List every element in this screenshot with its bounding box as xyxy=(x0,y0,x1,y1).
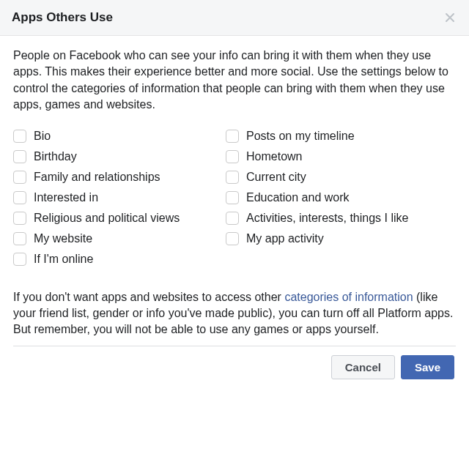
option-birthday: Birthday xyxy=(13,150,211,163)
options-grid: Bio Birthday Family and relationships In… xyxy=(13,130,456,273)
option-hometown: Hometown xyxy=(226,150,446,163)
apps-others-use-dialog: Apps Others Use People on Facebook who c… xyxy=(0,0,469,390)
footnote-text: If you don't want apps and websites to a… xyxy=(13,289,456,338)
checkbox-my-website[interactable] xyxy=(13,232,26,245)
option-label: My app activity xyxy=(246,232,324,245)
option-activities-interests: Activities, interests, things I like xyxy=(226,212,446,225)
checkbox-posts-timeline[interactable] xyxy=(226,130,239,143)
option-label: Family and relationships xyxy=(34,171,160,184)
checkbox-religious-political[interactable] xyxy=(13,212,26,225)
checkbox-app-activity[interactable] xyxy=(226,232,239,245)
description-text: People on Facebook who can see your info… xyxy=(13,48,456,114)
checkbox-family-relationships[interactable] xyxy=(13,171,26,184)
dialog-actions: Cancel Save xyxy=(13,355,456,379)
option-posts-timeline: Posts on my timeline xyxy=(226,130,446,143)
option-label: If I'm online xyxy=(34,253,93,266)
footnote-pre: If you don't want apps and websites to a… xyxy=(13,291,284,303)
close-button[interactable] xyxy=(443,10,457,25)
option-bio: Bio xyxy=(13,130,211,143)
checkbox-education-work[interactable] xyxy=(226,191,239,204)
option-my-website: My website xyxy=(13,232,211,245)
option-label: My website xyxy=(34,232,92,245)
option-religious-political: Religious and political views xyxy=(13,212,211,225)
dialog-header: Apps Others Use xyxy=(0,0,469,36)
option-label: Current city xyxy=(246,171,306,184)
cancel-button[interactable]: Cancel xyxy=(331,355,395,379)
checkbox-hometown[interactable] xyxy=(226,150,239,163)
option-interested-in: Interested in xyxy=(13,191,211,204)
categories-of-information-link[interactable]: categories of information xyxy=(284,291,413,303)
option-current-city: Current city xyxy=(226,171,446,184)
checkbox-activities-interests[interactable] xyxy=(226,212,239,225)
option-label: Birthday xyxy=(34,150,77,163)
divider xyxy=(13,346,456,346)
option-label: Hometown xyxy=(246,150,302,163)
option-education-work: Education and work xyxy=(226,191,446,204)
option-label: Activities, interests, things I like xyxy=(246,212,408,225)
options-column-right: Posts on my timeline Hometown Current ci… xyxy=(226,130,446,273)
checkbox-interested-in[interactable] xyxy=(13,191,26,204)
save-button[interactable]: Save xyxy=(401,355,454,379)
checkbox-current-city[interactable] xyxy=(226,171,239,184)
dialog-title: Apps Others Use xyxy=(12,10,113,25)
options-column-left: Bio Birthday Family and relationships In… xyxy=(13,130,211,273)
option-label: Posts on my timeline xyxy=(246,130,355,143)
close-icon xyxy=(443,10,457,25)
option-label: Interested in xyxy=(34,191,98,204)
dialog-body: People on Facebook who can see your info… xyxy=(0,36,469,390)
option-label: Religious and political views xyxy=(34,212,180,225)
option-if-online: If I'm online xyxy=(13,253,211,266)
option-family-relationships: Family and relationships xyxy=(13,171,211,184)
option-label: Bio xyxy=(34,130,51,143)
option-app-activity: My app activity xyxy=(226,232,446,245)
checkbox-if-online[interactable] xyxy=(13,253,26,266)
checkbox-bio[interactable] xyxy=(13,130,26,143)
option-label: Education and work xyxy=(246,191,350,204)
checkbox-birthday[interactable] xyxy=(13,150,26,163)
